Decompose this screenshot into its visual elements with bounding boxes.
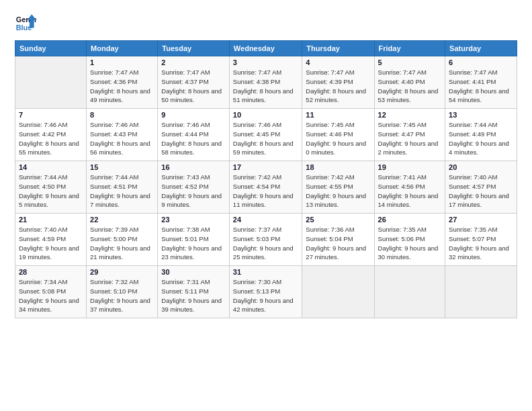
weekday-header-sunday: Sunday [15,41,87,56]
day-info: Sunrise: 7:30 AMSunset: 5:13 PMDaylight:… [233,277,299,314]
calendar-cell: 10Sunrise: 7:46 AMSunset: 4:45 PMDayligh… [229,109,302,161]
calendar-cell: 14Sunrise: 7:44 AMSunset: 4:50 PMDayligh… [15,161,87,214]
weekday-header-saturday: Saturday [445,41,517,56]
day-info: Sunrise: 7:45 AMSunset: 4:47 PMDaylight:… [378,120,442,157]
day-number: 17 [233,163,299,171]
day-info: Sunrise: 7:47 AMSunset: 4:36 PMDaylight:… [90,68,154,105]
weekday-header-friday: Friday [374,41,445,56]
day-info: Sunrise: 7:38 AMSunset: 5:01 PMDaylight:… [161,225,226,262]
day-info: Sunrise: 7:44 AMSunset: 4:50 PMDaylight:… [19,173,83,210]
day-info: Sunrise: 7:43 AMSunset: 4:52 PMDaylight:… [161,173,226,210]
day-number: 26 [378,216,442,224]
day-info: Sunrise: 7:44 AMSunset: 4:49 PMDaylight:… [449,120,513,157]
calendar-cell: 12Sunrise: 7:45 AMSunset: 4:47 PMDayligh… [374,109,445,161]
calendar-cell: 27Sunrise: 7:35 AMSunset: 5:07 PMDayligh… [445,214,517,266]
day-number: 13 [449,111,513,119]
calendar-week-row: 14Sunrise: 7:44 AMSunset: 4:50 PMDayligh… [15,161,517,214]
calendar-cell: 24Sunrise: 7:37 AMSunset: 5:03 PMDayligh… [229,214,302,266]
day-number: 6 [449,58,513,66]
page: General Blue SundayMondayTuesdayWednesda… [0,0,532,411]
day-info: Sunrise: 7:41 AMSunset: 4:56 PMDaylight:… [378,173,442,210]
calendar-cell: 5Sunrise: 7:47 AMSunset: 4:40 PMDaylight… [374,56,445,109]
day-number: 27 [449,216,513,224]
day-number: 15 [90,163,154,171]
day-number: 23 [161,216,226,224]
calendar-cell: 4Sunrise: 7:47 AMSunset: 4:39 PMDaylight… [302,56,374,109]
calendar-cell: 26Sunrise: 7:35 AMSunset: 5:06 PMDayligh… [374,214,445,266]
day-number: 10 [233,111,299,119]
day-number: 8 [90,111,154,119]
calendar-cell: 3Sunrise: 7:47 AMSunset: 4:38 PMDaylight… [229,56,302,109]
day-info: Sunrise: 7:32 AMSunset: 5:10 PMDaylight:… [90,277,154,314]
day-number: 18 [306,163,370,171]
weekday-header-monday: Monday [87,41,158,56]
calendar-cell: 13Sunrise: 7:44 AMSunset: 4:49 PMDayligh… [445,109,517,161]
calendar-cell: 2Sunrise: 7:47 AMSunset: 4:37 PMDaylight… [158,56,230,109]
calendar-cell: 7Sunrise: 7:46 AMSunset: 4:42 PMDaylight… [15,109,87,161]
day-info: Sunrise: 7:42 AMSunset: 4:55 PMDaylight:… [306,173,370,210]
day-number: 12 [378,111,442,119]
svg-text:Blue: Blue [16,24,32,32]
day-number: 24 [233,216,299,224]
day-number: 2 [161,58,226,66]
day-info: Sunrise: 7:47 AMSunset: 4:39 PMDaylight:… [306,68,370,105]
calendar-cell: 31Sunrise: 7:30 AMSunset: 5:13 PMDayligh… [229,266,302,318]
logo: General Blue [15,12,36,34]
day-number: 25 [306,216,370,224]
calendar-cell: 6Sunrise: 7:47 AMSunset: 4:41 PMDaylight… [445,56,517,109]
calendar-week-row: 21Sunrise: 7:40 AMSunset: 4:59 PMDayligh… [15,214,517,266]
day-info: Sunrise: 7:35 AMSunset: 5:07 PMDaylight:… [449,225,513,262]
day-info: Sunrise: 7:47 AMSunset: 4:41 PMDaylight:… [449,68,513,105]
day-info: Sunrise: 7:37 AMSunset: 5:03 PMDaylight:… [233,225,299,262]
weekday-header-wednesday: Wednesday [229,41,302,56]
calendar-cell: 8Sunrise: 7:46 AMSunset: 4:43 PMDaylight… [87,109,158,161]
header: General Blue [15,12,517,34]
day-number: 30 [161,268,226,276]
day-info: Sunrise: 7:46 AMSunset: 4:42 PMDaylight:… [19,120,83,157]
day-info: Sunrise: 7:44 AMSunset: 4:51 PMDaylight:… [90,173,154,210]
calendar-cell: 9Sunrise: 7:46 AMSunset: 4:44 PMDaylight… [158,109,230,161]
day-info: Sunrise: 7:46 AMSunset: 4:43 PMDaylight:… [90,120,154,157]
day-number: 29 [90,268,154,276]
day-number: 14 [19,163,83,171]
day-info: Sunrise: 7:36 AMSunset: 5:04 PMDaylight:… [306,225,370,262]
day-info: Sunrise: 7:40 AMSunset: 4:59 PMDaylight:… [19,225,83,262]
calendar-week-row: 7Sunrise: 7:46 AMSunset: 4:42 PMDaylight… [15,109,517,161]
day-info: Sunrise: 7:47 AMSunset: 4:37 PMDaylight:… [161,68,226,105]
calendar-cell: 25Sunrise: 7:36 AMSunset: 5:04 PMDayligh… [302,214,374,266]
day-info: Sunrise: 7:31 AMSunset: 5:11 PMDaylight:… [161,277,226,314]
calendar-cell [374,266,445,318]
calendar-cell [15,56,87,109]
day-number: 7 [19,111,83,119]
calendar-cell: 1Sunrise: 7:47 AMSunset: 4:36 PMDaylight… [87,56,158,109]
calendar-week-row: 1Sunrise: 7:47 AMSunset: 4:36 PMDaylight… [15,56,517,109]
day-info: Sunrise: 7:34 AMSunset: 5:08 PMDaylight:… [19,277,83,314]
day-number: 20 [449,163,513,171]
logo-icon: General Blue [15,12,36,34]
calendar-cell: 23Sunrise: 7:38 AMSunset: 5:01 PMDayligh… [158,214,230,266]
day-number: 3 [233,58,299,66]
weekday-header-row: SundayMondayTuesdayWednesdayThursdayFrid… [15,41,517,56]
day-number: 19 [378,163,442,171]
calendar-cell [445,266,517,318]
day-number: 22 [90,216,154,224]
calendar-cell: 20Sunrise: 7:40 AMSunset: 4:57 PMDayligh… [445,161,517,214]
calendar-week-row: 28Sunrise: 7:34 AMSunset: 5:08 PMDayligh… [15,266,517,318]
weekday-header-thursday: Thursday [302,41,374,56]
day-info: Sunrise: 7:39 AMSunset: 5:00 PMDaylight:… [90,225,154,262]
calendar-table: SundayMondayTuesdayWednesdayThursdayFrid… [15,40,517,318]
day-number: 11 [306,111,370,119]
day-info: Sunrise: 7:46 AMSunset: 4:45 PMDaylight:… [233,120,299,157]
calendar-cell: 19Sunrise: 7:41 AMSunset: 4:56 PMDayligh… [374,161,445,214]
day-number: 31 [233,268,299,276]
day-number: 16 [161,163,226,171]
calendar-cell: 21Sunrise: 7:40 AMSunset: 4:59 PMDayligh… [15,214,87,266]
calendar-cell: 22Sunrise: 7:39 AMSunset: 5:00 PMDayligh… [87,214,158,266]
day-number: 9 [161,111,226,119]
calendar-cell: 15Sunrise: 7:44 AMSunset: 4:51 PMDayligh… [87,161,158,214]
day-info: Sunrise: 7:46 AMSunset: 4:44 PMDaylight:… [161,120,226,157]
day-info: Sunrise: 7:40 AMSunset: 4:57 PMDaylight:… [449,173,513,210]
day-info: Sunrise: 7:47 AMSunset: 4:40 PMDaylight:… [378,68,442,105]
day-number: 5 [378,58,442,66]
day-number: 1 [90,58,154,66]
